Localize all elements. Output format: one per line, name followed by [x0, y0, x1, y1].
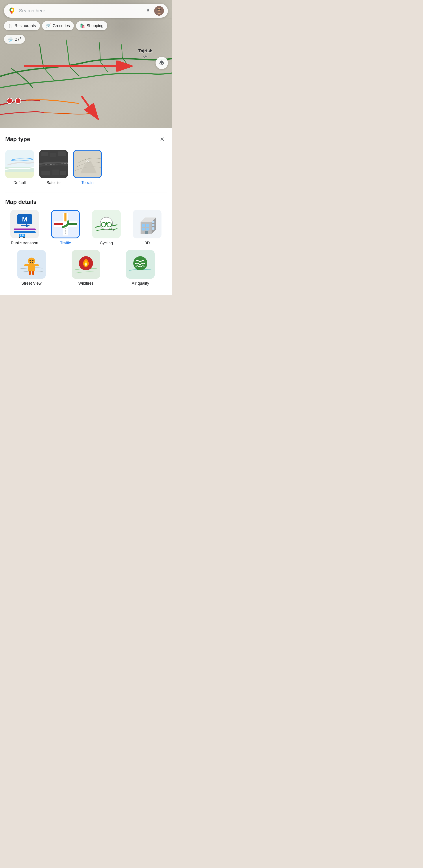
svg-rect-30 — [13, 228, 36, 230]
svg-rect-21 — [41, 170, 50, 176]
shopping-label: Shopping — [87, 24, 103, 28]
map-type-title: Map type — [5, 136, 30, 143]
detail-street-view[interactable]: Street View — [5, 250, 57, 286]
svg-rect-36 — [22, 235, 24, 236]
traffic-thumbnail — [51, 210, 80, 239]
svg-rect-59 — [142, 228, 145, 230]
satellite-label: Satellite — [47, 181, 61, 185]
svg-rect-19 — [50, 153, 56, 157]
map-section: Search here 🍴 Restaurants � — [0, 0, 172, 128]
traffic-label: Traffic — [60, 241, 71, 246]
layers-button[interactable] — [156, 57, 168, 69]
svg-point-0 — [11, 9, 13, 11]
svg-text:M: M — [22, 216, 27, 223]
map-details-row2: Street View Wildfires — [5, 250, 167, 286]
map-type-header: Map type — [5, 135, 167, 144]
svg-rect-70 — [24, 264, 28, 267]
map-details-row1: M — [5, 210, 167, 246]
svg-rect-64 — [145, 231, 148, 234]
restaurants-chip[interactable]: 🍴 Restaurants — [4, 21, 40, 30]
map-type-default[interactable]: Default — [5, 150, 34, 185]
groceries-icon: 🛒 — [46, 23, 51, 28]
category-chips: 🍴 Restaurants 🛒 Groceries 🛍️ Shopping — [4, 21, 107, 30]
svg-point-33 — [19, 237, 20, 238]
svg-point-67 — [28, 257, 35, 265]
incident-marker — [15, 98, 21, 104]
public-transport-thumbnail: M — [10, 210, 39, 239]
svg-rect-20 — [58, 151, 66, 156]
map-type-grid: Default — [5, 150, 167, 185]
map-type-terrain[interactable]: Terrain — [73, 150, 102, 185]
street-view-label: Street View — [21, 281, 41, 286]
svg-rect-73 — [32, 271, 34, 275]
temperature: 27° — [15, 37, 21, 42]
restaurants-icon: 🍴 — [8, 23, 13, 28]
svg-rect-66 — [28, 264, 35, 272]
map-options-panel: Map type D — [0, 128, 172, 295]
svg-rect-12 — [5, 172, 34, 178]
svg-rect-63 — [152, 227, 154, 229]
section-divider — [5, 192, 167, 192]
svg-rect-31 — [13, 231, 36, 233]
shopping-chip[interactable]: 🛍️ Shopping — [76, 21, 107, 30]
svg-rect-57 — [142, 224, 145, 227]
svg-point-34 — [23, 237, 25, 238]
road-network — [0, 0, 172, 128]
search-placeholder: Search here — [19, 8, 142, 14]
user-avatar[interactable] — [154, 6, 164, 16]
detail-wildfires[interactable]: Wildfires — [60, 250, 112, 286]
svg-rect-72 — [29, 271, 31, 275]
detail-traffic[interactable]: Traffic — [46, 210, 85, 246]
3d-thumbnail — [133, 210, 162, 239]
svg-rect-62 — [152, 224, 154, 226]
location-arabic: ش — [138, 54, 152, 58]
detail-3d[interactable]: 3D — [128, 210, 167, 246]
terrain-label: Terrain — [81, 181, 93, 185]
cycling-thumbnail — [92, 210, 121, 239]
restaurants-label: Restaurants — [15, 24, 36, 28]
map-details-title: Map details — [5, 198, 36, 205]
default-label: Default — [13, 181, 26, 185]
search-bar[interactable]: Search here — [4, 4, 168, 18]
svg-rect-60 — [146, 228, 149, 230]
svg-rect-18 — [41, 152, 48, 156]
satellite-thumbnail — [39, 150, 68, 178]
3d-label: 3D — [145, 241, 150, 246]
detail-public-transport[interactable]: M — [5, 210, 44, 246]
svg-point-69 — [32, 260, 33, 261]
close-button[interactable] — [158, 135, 167, 144]
shopping-icon: 🛍️ — [80, 23, 85, 28]
svg-rect-35 — [20, 235, 21, 236]
svg-point-68 — [30, 260, 31, 261]
microphone-icon[interactable] — [145, 8, 151, 14]
public-transport-label: Public transport — [11, 241, 38, 246]
default-thumbnail — [5, 150, 34, 178]
cycling-label: Cycling — [100, 241, 113, 246]
map-type-satellite[interactable]: Satellite — [39, 150, 68, 185]
weather-badge: 🌧️ 27° — [4, 35, 25, 43]
wildfires-thumbnail — [72, 250, 100, 279]
svg-rect-23 — [60, 170, 66, 175]
svg-rect-22 — [52, 169, 59, 175]
maps-logo — [8, 7, 16, 15]
svg-rect-61 — [152, 221, 154, 223]
location-name: Tajrish — [138, 49, 152, 54]
weather-icon: 🌧️ — [7, 36, 13, 42]
detail-air-quality[interactable]: Air quality — [114, 250, 167, 286]
location-label: Tajrish ش — [138, 49, 152, 58]
street-view-thumbnail — [17, 250, 46, 279]
svg-rect-71 — [35, 264, 39, 267]
groceries-label: Groceries — [53, 24, 70, 28]
terrain-thumbnail — [73, 150, 102, 178]
wildfires-label: Wildfires — [78, 281, 93, 286]
air-quality-label: Air quality — [132, 281, 149, 286]
groceries-chip[interactable]: 🛒 Groceries — [42, 21, 74, 30]
svg-rect-58 — [146, 224, 149, 227]
incident-marker — [7, 98, 13, 104]
detail-cycling[interactable]: Cycling — [87, 210, 126, 246]
air-quality-thumbnail — [126, 250, 154, 279]
